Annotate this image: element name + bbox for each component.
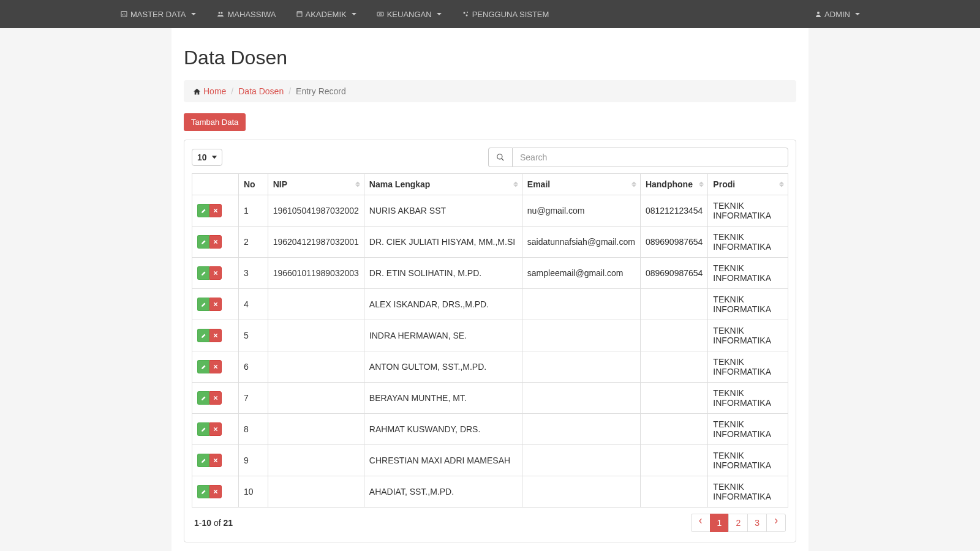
th-hp[interactable]: Handphone [640,174,707,195]
cell-actions [192,445,239,476]
cell-email [522,320,640,351]
edit-button[interactable] [197,329,209,342]
delete-button[interactable] [209,454,222,467]
cell-actions [192,320,239,351]
cell-nama: DR. ETIN SOLIHATIN, M.PD. [364,258,522,289]
main-container: Data Dosen Home / Data Dosen / Entry Rec… [172,28,809,551]
edit-button[interactable] [197,485,209,498]
cell-nip [268,351,364,383]
delete-button[interactable] [209,422,222,436]
cell-prodi: TEKNIK INFORMATIKA [708,445,788,476]
cell-nip: 196601011989032003 [268,258,364,289]
cell-no: 6 [239,351,268,383]
nav-item-akademik[interactable]: AKADEMIK [286,1,366,28]
pagination: 123 [692,514,786,532]
delete-button[interactable] [209,204,222,217]
nav-label: MASTER DATA [130,10,186,19]
cell-nama: CHRESTIAN MAXI ADRI MAMESAH [364,445,522,476]
th-email[interactable]: Email [522,174,640,195]
cell-nama: ANTON GULTOM, SST.,M.PD. [364,351,522,383]
edit-button[interactable] [197,391,209,405]
caret-icon [352,13,356,15]
delete-button[interactable] [209,391,222,405]
edit-button[interactable] [197,235,209,249]
navbar: MASTER DATAMAHASSIWAAKADEMIKKEUANGANPENG… [0,0,980,28]
cell-email [522,351,640,383]
cell-no: 5 [239,320,268,351]
caret-icon [191,13,196,15]
add-data-button[interactable]: Tambah Data [184,113,246,131]
page-size-value: 10 [197,152,207,162]
cell-email [522,445,640,476]
svg-point-10 [463,12,465,14]
page-2[interactable]: 2 [728,514,748,532]
page-3[interactable]: 3 [747,514,767,532]
cell-hp [640,383,707,414]
svg-point-13 [817,12,820,14]
table-row: 4ALEX ISKANDAR, DRS.,M.PD.TEKNIK INFORMA… [192,289,788,320]
th-nama[interactable]: Nama Lengkap [364,174,522,195]
cell-hp [640,351,707,383]
sort-icon [513,182,518,187]
nav-item-mahassiwa[interactable]: MAHASSIWA [206,1,286,28]
delete-button[interactable] [209,329,222,342]
nav-label: KEUANGAN [387,10,432,19]
cell-hp: 089690987654 [640,227,707,258]
edit-button[interactable] [197,204,209,217]
th-actions [192,174,239,195]
svg-point-9 [379,13,381,15]
cell-email: nu@gmail.com [522,195,640,227]
cogs-icon [461,10,470,18]
delete-button[interactable] [209,360,222,373]
breadcrumb-home[interactable]: Home [203,86,226,96]
cell-prodi: TEKNIK INFORMATIKA [708,227,788,258]
cell-email: saidatunnafsiah@gmail.com [522,227,640,258]
delete-button[interactable] [209,298,222,311]
page-prev[interactable] [691,514,710,532]
delete-button[interactable] [209,266,222,280]
cell-prodi: TEKNIK INFORMATIKA [708,476,788,508]
nav-left: MASTER DATAMAHASSIWAAKADEMIKKEUANGANPENG… [110,1,559,28]
sort-icon [355,182,360,187]
cell-actions [192,383,239,414]
cell-hp [640,414,707,445]
edit-button[interactable] [197,298,209,311]
table-row: 10AHADIAT, SST.,M.PD.TEKNIK INFORMATIKA [192,476,788,508]
bar-chart-icon [120,10,128,18]
cell-email [522,383,640,414]
edit-button[interactable] [197,360,209,373]
breadcrumb-data-dosen[interactable]: Data Dosen [238,86,284,96]
svg-line-15 [502,159,504,161]
cell-nama: NURIS AKBAR SST [364,195,522,227]
cell-hp [640,289,707,320]
nav-item-master-data[interactable]: MASTER DATA [110,1,206,28]
th-no[interactable]: No [239,174,268,195]
page-title: Data Dosen [184,47,796,69]
edit-button[interactable] [197,266,209,280]
delete-button[interactable] [209,235,222,249]
cell-nip: 196105041987032002 [268,195,364,227]
page-1[interactable]: 1 [710,514,729,532]
user-icon [815,10,822,18]
nav-label: PENGGUNA SISTEM [472,10,549,19]
nav-item-pengguna-sistem[interactable]: PENGGUNA SISTEM [451,1,559,28]
nav-admin[interactable]: ADMIN [805,1,870,28]
cell-actions [192,195,239,227]
page-size-select[interactable]: 10 [192,149,222,166]
table-row: 5INDRA HERMAWAN, SE.TEKNIK INFORMATIKA [192,320,788,351]
cell-hp [640,320,707,351]
cell-no: 8 [239,414,268,445]
delete-button[interactable] [209,485,222,498]
cell-actions [192,414,239,445]
th-prodi[interactable]: Prodi [708,174,788,195]
edit-button[interactable] [197,454,209,467]
breadcrumb-active: Entry Record [296,86,346,96]
table-row: 2196204121987032001DR. CIEK JULIATI HISY… [192,227,788,258]
search-input[interactable] [512,148,788,167]
cell-hp: 089690987654 [640,258,707,289]
nav-item-keuangan[interactable]: KEUANGAN [366,1,451,28]
th-nip[interactable]: NIP [268,174,364,195]
page-next[interactable] [766,514,786,532]
edit-button[interactable] [197,422,209,436]
table-row: 6ANTON GULTOM, SST.,M.PD.TEKNIK INFORMAT… [192,351,788,383]
